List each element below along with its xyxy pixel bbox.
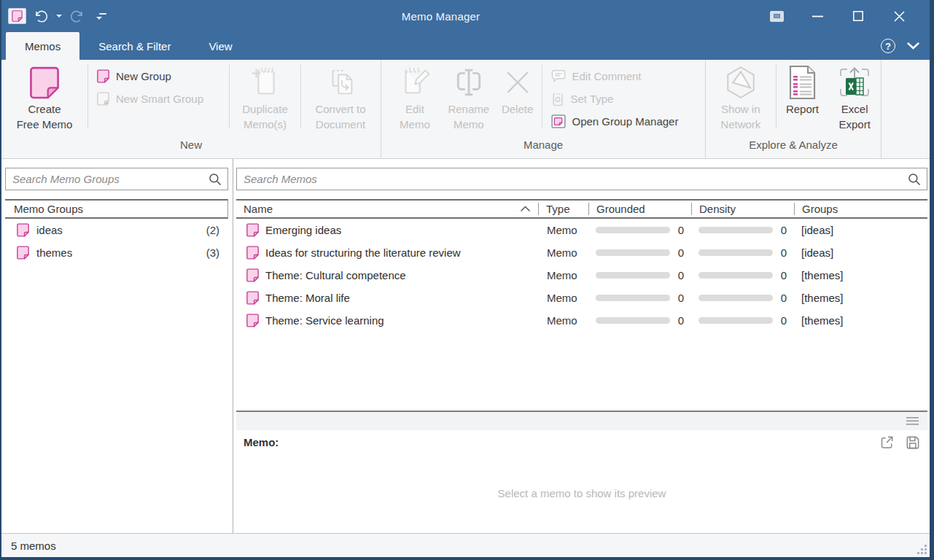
duplicate-memo-button[interactable]: Duplicate Memo(s) — [230, 62, 300, 137]
search-icon[interactable] — [209, 173, 222, 186]
edit-memo-label-1: Edit — [405, 101, 424, 117]
memo-group-name: themes — [29, 246, 206, 259]
window-controls — [756, 0, 930, 32]
memo-table-header: Name Type Grounded Density Groups — [236, 199, 927, 219]
density-value: 0 — [773, 246, 794, 259]
density-value: 0 — [773, 292, 794, 304]
density-bar — [698, 272, 773, 279]
show-network-label-1: Show in — [721, 101, 760, 117]
edit-comment-label: Edit Comment — [572, 70, 642, 82]
density-bar — [698, 317, 773, 324]
memo-groups-panel: Memo Groups ideas (2) — [1, 159, 233, 533]
redo-button[interactable] — [69, 9, 85, 24]
titlebar: Memo Manager — [1, 0, 930, 32]
tab-memos[interactable]: Memos — [6, 32, 79, 60]
new-smart-group-icon — [97, 92, 109, 106]
edit-comment-button[interactable]: Edit Comment — [542, 65, 705, 88]
column-header-groups[interactable]: Groups — [794, 203, 914, 215]
grounded-value: 0 — [670, 292, 691, 304]
memo-type: Memo — [538, 269, 588, 281]
open-group-manager-button[interactable]: Open Group Manager — [542, 110, 705, 133]
minimize-button[interactable] — [797, 0, 838, 32]
new-smart-group-button[interactable]: New Smart Group — [88, 88, 229, 110]
memo-icon — [246, 291, 259, 305]
resize-grip-icon[interactable] — [917, 545, 927, 555]
search-icon[interactable] — [908, 173, 921, 186]
open-group-manager-icon — [551, 114, 566, 128]
set-type-button[interactable]: Set Type — [542, 88, 705, 110]
memo-app-icon[interactable] — [8, 8, 26, 24]
density-value: 0 — [773, 269, 794, 281]
quick-access-toolbar — [1, 8, 125, 24]
ribbon-group-label-explore: Explore & Analyze — [706, 137, 881, 156]
grounded-bar — [596, 272, 670, 279]
density-bar — [698, 227, 773, 233]
column-header-grounded[interactable]: Grounded — [588, 203, 691, 215]
grounded-bar — [596, 227, 670, 233]
convert-label-2: Document — [316, 117, 365, 132]
memo-manager-window: Memo Manager Memos Search & Filter View … — [0, 0, 934, 560]
memo-groups-header[interactable]: Memo Groups — [5, 199, 228, 219]
customize-toolbar-button[interactable] — [92, 13, 106, 20]
rename-label-2: Memo — [454, 117, 484, 132]
tab-view[interactable]: View — [190, 32, 251, 60]
convert-to-document-button[interactable]: Convert to Document — [301, 62, 380, 137]
memo-name: Emerging ideas — [259, 224, 341, 236]
memo-group-row[interactable]: themes (3) — [5, 241, 228, 264]
preview-grip-band[interactable] — [236, 412, 927, 430]
memo-preview-header: Memo: — [236, 430, 927, 454]
memos-search-input[interactable] — [237, 173, 908, 185]
show-in-network-icon — [723, 65, 758, 100]
grounded-value: 0 — [670, 314, 691, 327]
close-button[interactable] — [879, 0, 919, 32]
memo-groups-list: ideas (2) themes (3) — [5, 219, 228, 533]
memo-count: 5 memos — [11, 540, 56, 552]
column-header-type[interactable]: Type — [538, 203, 588, 215]
ribbon-tabbar: Memos Search & Filter View ? — [1, 32, 930, 60]
preview-empty-text: Select a memo to show its preview — [498, 487, 666, 499]
grounded-bar — [596, 249, 670, 256]
open-external-icon[interactable] — [879, 435, 895, 450]
help-icon[interactable]: ? — [881, 39, 895, 53]
create-free-memo-icon — [29, 66, 60, 99]
new-group-label: New Group — [116, 70, 171, 82]
customize-toolbar-icon — [99, 13, 106, 15]
column-header-name[interactable]: Name — [236, 203, 538, 215]
maximize-button[interactable] — [838, 0, 879, 32]
rename-memo-button[interactable]: Rename Memo — [444, 62, 494, 137]
grounded-value: 0 — [670, 246, 691, 259]
edit-memo-button[interactable]: Edit Memo — [386, 62, 444, 137]
new-group-button[interactable]: New Group — [88, 65, 229, 88]
undo-dropdown-caret[interactable] — [56, 15, 62, 18]
memo-preview-body: Select a memo to show its preview — [236, 454, 927, 533]
edit-memo-icon — [398, 65, 432, 100]
show-in-network-button[interactable]: Show in Network — [706, 62, 776, 137]
memo-group-count: (2) — [206, 224, 219, 236]
save-icon[interactable] — [905, 435, 920, 450]
report-button[interactable]: Report — [777, 62, 829, 137]
ribbon: Create Free Memo New Group — [1, 60, 930, 159]
create-free-memo-button[interactable]: Create Free Memo — [1, 62, 87, 137]
excel-export-button[interactable]: Excel Export — [828, 62, 881, 137]
memo-group-icon — [17, 246, 29, 260]
ribbon-group-explore: Show in Network — [706, 60, 882, 158]
set-type-label: Set Type — [571, 93, 614, 105]
column-header-density[interactable]: Density — [691, 203, 794, 215]
memo-name: Ideas for structuring the literature rev… — [259, 246, 461, 259]
delete-button[interactable]: Delete — [494, 62, 542, 137]
memos-searchbox — [236, 168, 927, 190]
memo-groups-search-input[interactable] — [6, 173, 209, 185]
memo-table-row[interactable]: Theme: Cultural competence Memo 0 0 [the… — [236, 264, 927, 287]
rename-label-1: Rename — [448, 101, 489, 117]
memo-group-row[interactable]: ideas (2) — [5, 219, 228, 241]
undo-button[interactable] — [34, 9, 49, 24]
memo-table-row[interactable]: Ideas for structuring the literature rev… — [236, 241, 927, 264]
close-icon — [894, 11, 905, 22]
collapse-ribbon-chevron-icon[interactable] — [907, 42, 919, 50]
tab-search-filter[interactable]: Search & Filter — [79, 32, 190, 60]
memo-table-row[interactable]: Theme: Service learning Memo 0 0 [themes… — [236, 309, 927, 332]
dock-window-button[interactable] — [756, 0, 797, 32]
memo-table-row[interactable]: Theme: Moral life Memo 0 0 [themes] — [236, 287, 927, 309]
convert-label-1: Convert to — [315, 101, 365, 117]
memo-table-row[interactable]: Emerging ideas Memo 0 0 [ideas] — [236, 219, 927, 241]
